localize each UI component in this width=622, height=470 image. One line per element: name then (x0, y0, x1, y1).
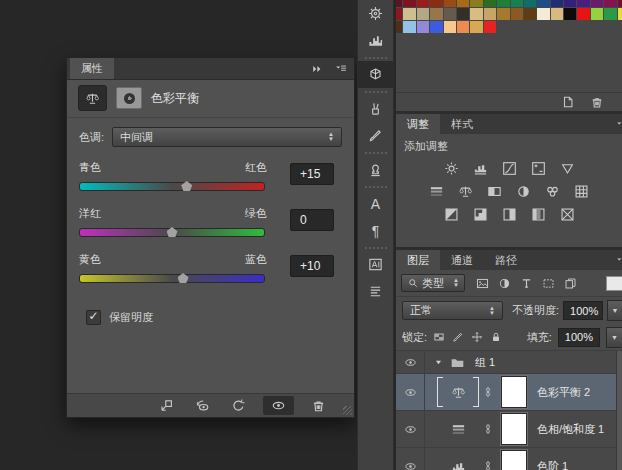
fill-value[interactable]: 100% (558, 328, 600, 347)
color-swatch[interactable] (430, 0, 442, 7)
collapse-panel-icon[interactable] (305, 58, 329, 79)
clip-to-layer-icon[interactable] (155, 396, 178, 415)
type-filter-icon[interactable] (520, 277, 533, 290)
lock-paint-icon[interactable] (452, 331, 464, 343)
layer-mask-icon[interactable] (116, 87, 142, 109)
layer-row[interactable]: 组 1 (396, 351, 622, 374)
layer-name[interactable]: 色彩平衡 2 (537, 385, 590, 400)
panel-menu-icon[interactable] (616, 250, 622, 270)
color-swatch[interactable] (417, 21, 429, 33)
color-swatch[interactable] (457, 21, 469, 33)
panel-icon-navigator[interactable] (358, 0, 393, 27)
blend-mode-select[interactable]: 正常 ▲▼ (402, 301, 503, 320)
color-swatch[interactable] (457, 8, 469, 20)
toggle-visibility-icon[interactable] (263, 396, 294, 415)
filter-kind-select[interactable]: 类型 ▲▼ (401, 274, 465, 292)
color-swatch[interactable] (417, 0, 429, 7)
lock-position-icon[interactable] (471, 331, 483, 343)
panel-icon-clone-source[interactable] (358, 156, 393, 183)
posterize-icon[interactable] (470, 206, 490, 222)
gradient-map-icon[interactable] (528, 206, 548, 222)
color-swatch[interactable] (497, 8, 509, 20)
color-swatch[interactable] (417, 8, 429, 20)
preserve-luminosity-checkbox[interactable]: ✓ (86, 310, 101, 325)
panel-icon-histogram[interactable] (358, 27, 393, 54)
layer-row[interactable]: 色相/饱和度 1 (396, 411, 622, 448)
layer-name[interactable]: 色阶 1 (537, 459, 568, 470)
color-swatch[interactable] (430, 21, 442, 33)
color-swatch[interactable] (403, 0, 415, 7)
slider-thumb[interactable] (167, 227, 178, 237)
visibility-eye-icon[interactable] (396, 374, 425, 410)
opacity-dropdown-button[interactable]: ▼ (607, 300, 622, 321)
color-swatch[interactable] (618, 8, 622, 20)
panel-icon-character-styles[interactable] (358, 251, 393, 278)
color-swatch[interactable] (444, 21, 456, 33)
color-lookup-icon[interactable] (572, 183, 592, 199)
exposure-icon[interactable] (528, 160, 548, 176)
delete-icon[interactable] (307, 396, 330, 415)
hue-saturation-icon[interactable] (427, 183, 447, 199)
reset-icon[interactable] (227, 396, 250, 415)
visibility-eye-icon[interactable] (396, 448, 425, 470)
color-swatch[interactable] (524, 8, 536, 20)
opacity-value[interactable]: 100% (563, 301, 603, 320)
visibility-eye-icon[interactable] (396, 411, 425, 447)
fill-dropdown-button[interactable]: ▼ (606, 327, 622, 348)
filter-toggle[interactable] (606, 276, 622, 291)
color-swatch[interactable] (396, 21, 402, 33)
color-swatch[interactable] (564, 0, 576, 7)
selective-color-icon[interactable] (557, 206, 577, 222)
color-swatch[interactable] (577, 8, 589, 20)
color-swatch[interactable] (484, 8, 496, 20)
panel-icon-paragraph-styles[interactable] (358, 278, 393, 305)
color-swatch[interactable] (470, 0, 482, 7)
color-swatch[interactable] (537, 0, 549, 7)
vibrance-icon[interactable] (557, 160, 577, 176)
shape-filter-icon[interactable] (542, 277, 555, 290)
adjustment-filter-icon[interactable] (498, 277, 511, 290)
color-swatch[interactable] (470, 21, 482, 33)
layer-row[interactable]: 色阶 1 (396, 448, 622, 470)
tab-paths[interactable]: 路径 (484, 250, 528, 270)
threshold-icon[interactable] (499, 206, 519, 222)
color-swatch[interactable] (457, 0, 469, 7)
black-white-icon[interactable] (485, 183, 505, 199)
slider-track[interactable] (79, 274, 265, 283)
color-swatch[interactable] (591, 8, 603, 20)
layer-thumbnail[interactable] (437, 451, 479, 470)
color-swatch[interactable] (537, 8, 549, 20)
tab-layers[interactable]: 图层 (396, 250, 440, 270)
color-swatch[interactable] (511, 0, 523, 7)
layer-name[interactable]: 色相/饱和度 1 (537, 422, 604, 437)
color-swatch[interactable] (403, 8, 415, 20)
color-swatch[interactable] (604, 0, 616, 7)
color-swatch[interactable] (396, 0, 402, 7)
color-swatch[interactable] (618, 0, 622, 7)
color-swatch[interactable] (470, 8, 482, 20)
slider-value-field[interactable]: +10 (290, 255, 334, 277)
slider-thumb[interactable] (178, 273, 189, 283)
slider-value-field[interactable]: 0 (290, 209, 334, 231)
color-swatch[interactable] (511, 8, 523, 20)
slider-thumb[interactable] (181, 181, 192, 191)
dock-separator[interactable] (358, 54, 393, 61)
color-swatch[interactable] (444, 0, 456, 7)
color-swatch[interactable] (484, 21, 496, 33)
panel-icon-paragraph[interactable]: ¶ (358, 217, 393, 244)
color-swatch[interactable] (497, 0, 509, 7)
brightness-contrast-icon[interactable] (441, 160, 461, 176)
levels-icon[interactable] (470, 160, 490, 176)
dock-separator[interactable] (358, 244, 393, 251)
tab-styles[interactable]: 样式 (440, 114, 484, 134)
layer-thumbnail[interactable] (437, 377, 479, 407)
layer-mask-thumbnail[interactable] (501, 450, 527, 470)
dock-separator[interactable] (358, 149, 393, 156)
delete-icon[interactable] (590, 95, 604, 109)
slider-track[interactable] (79, 228, 265, 237)
invert-icon[interactable] (441, 206, 461, 222)
layer-mask-thumbnail[interactable] (501, 413, 527, 445)
disclosure-triangle-icon[interactable] (434, 358, 443, 367)
panel-icon-properties[interactable] (358, 61, 393, 88)
color-balance-icon[interactable] (78, 85, 107, 111)
